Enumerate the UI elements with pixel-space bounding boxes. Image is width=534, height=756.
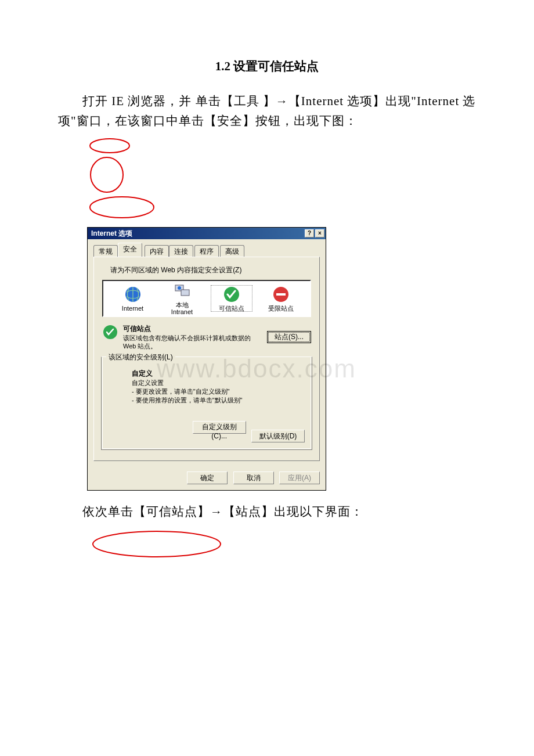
zone-local-intranet[interactable]: 本地 Intranet bbox=[161, 282, 203, 315]
annotation-shape-bottom bbox=[87, 528, 476, 565]
zone-restricted-sites[interactable]: 受限站点 bbox=[260, 285, 302, 312]
custom-line-default: - 要使用推荐的设置，请单击"默认级别" bbox=[132, 396, 305, 405]
zone-info-desc: 该区域包含有您确认不会损坏计算机或数据的 Web 站点。 bbox=[123, 334, 262, 351]
ok-button[interactable]: 确定 bbox=[187, 471, 228, 484]
security-tab-panel: 请为不同区域的 Web 内容指定安全设置(Z) Internet 本地 Intr… bbox=[93, 257, 320, 461]
svg-point-11 bbox=[93, 531, 221, 557]
tab-advanced[interactable]: 高级 bbox=[220, 245, 244, 257]
zone-restricted-label: 受限站点 bbox=[268, 305, 294, 312]
red-ellipse-icon bbox=[87, 136, 476, 155]
checkmark-circle-icon bbox=[222, 285, 241, 304]
zones-listbox[interactable]: Internet 本地 Intranet 可信站点 bbox=[102, 280, 311, 317]
apply-button[interactable]: 应用(A) bbox=[279, 471, 320, 484]
svg-point-2 bbox=[90, 197, 154, 218]
tab-strip: 常规 安全 内容 连接 程序 高级 bbox=[93, 243, 320, 257]
zone-info-text: 可信站点 该区域包含有您确认不会损坏计算机或数据的 Web 站点。 bbox=[123, 324, 262, 351]
dialog-footer: 确定 取消 应用(A) bbox=[88, 467, 326, 490]
internet-options-dialog: Internet 选项 ? × 常规 安全 内容 连接 程序 高级 请为不同区域… bbox=[87, 227, 326, 491]
sites-button[interactable]: 站点(S)... bbox=[267, 331, 311, 343]
dialog-titlebar[interactable]: Internet 选项 ? × bbox=[88, 228, 326, 239]
outro-paragraph: 依次单击【可信站点】→【站点】出现以下界面： bbox=[58, 502, 476, 522]
security-level-groupbox: 该区域的安全级别(L) 自定义 自定义设置 - 要更改设置，请单击"自定义级别"… bbox=[101, 357, 312, 451]
help-button[interactable]: ? bbox=[305, 229, 314, 237]
tab-programs[interactable]: 程序 bbox=[194, 245, 219, 257]
section-heading: 1.2 设置可信任站点 bbox=[58, 58, 476, 74]
close-button[interactable]: × bbox=[315, 229, 324, 237]
checkmark-circle-icon bbox=[102, 324, 118, 340]
zone-info-title: 可信站点 bbox=[123, 324, 262, 334]
custom-level-button[interactable]: 自定义级别(C)... bbox=[193, 421, 246, 434]
tab-content[interactable]: 内容 bbox=[145, 245, 169, 257]
minus-circle-icon bbox=[272, 285, 290, 304]
svg-point-0 bbox=[90, 139, 129, 153]
groupbox-legend: 该区域的安全级别(L) bbox=[106, 352, 175, 362]
zone-local-intranet-label: 本地 Intranet bbox=[171, 301, 193, 315]
cancel-button[interactable]: 取消 bbox=[233, 471, 274, 484]
custom-title: 自定义 bbox=[132, 369, 305, 379]
red-circle-icon bbox=[87, 155, 476, 195]
svg-point-1 bbox=[91, 157, 123, 192]
zone-internet-label: Internet bbox=[122, 305, 143, 312]
tab-connections[interactable]: 连接 bbox=[169, 245, 193, 257]
annotation-shapes-top bbox=[87, 136, 476, 221]
red-ellipse-icon bbox=[87, 195, 476, 221]
zone-instruction-label: 请为不同区域的 Web 内容指定安全设置(Z) bbox=[110, 265, 313, 275]
default-level-button[interactable]: 默认级别(D) bbox=[251, 430, 305, 442]
custom-subtitle: 自定义设置 bbox=[132, 379, 305, 387]
svg-point-6 bbox=[178, 286, 181, 290]
dialog-title: Internet 选项 bbox=[91, 229, 305, 239]
zone-trusted-label: 可信站点 bbox=[219, 305, 244, 312]
zone-internet[interactable]: Internet bbox=[112, 285, 154, 312]
globe-icon bbox=[124, 285, 142, 304]
tab-security[interactable]: 安全 bbox=[118, 243, 142, 257]
intro-paragraph: 打开 IE 浏览器，并 单击【工具 】→【Internet 选项】出现"Inte… bbox=[58, 92, 476, 131]
svg-rect-9 bbox=[276, 293, 286, 296]
svg-rect-5 bbox=[181, 290, 189, 296]
zone-trusted-sites[interactable]: 可信站点 bbox=[211, 285, 252, 312]
computer-network-icon bbox=[173, 282, 192, 300]
tab-general[interactable]: 常规 bbox=[93, 245, 118, 257]
custom-line-change: - 要更改设置，请单击"自定义级别" bbox=[132, 387, 305, 396]
